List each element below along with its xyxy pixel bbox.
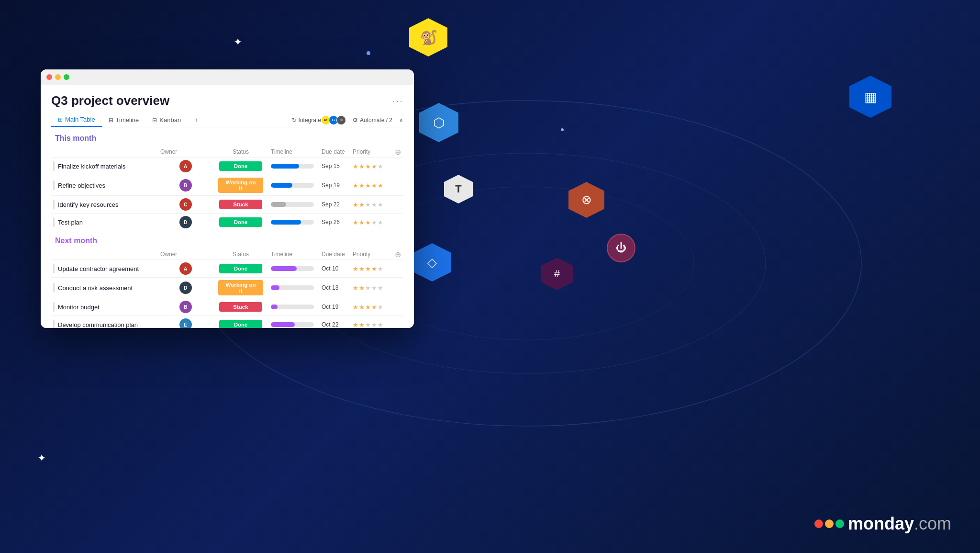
col-owner-nm: Owner [156, 249, 214, 260]
col-timeline: Timeline [267, 147, 318, 158]
star-filled: ★ [359, 321, 365, 328]
minimize-button[interactable] [55, 74, 61, 80]
row-action [392, 175, 403, 196]
row-action [392, 260, 403, 278]
star-empty: ★ [378, 219, 383, 226]
priority-cell: ★★★★★ [349, 260, 392, 278]
star-empty: ★ [371, 219, 377, 226]
add-column-button[interactable]: ⊕ [395, 148, 401, 156]
avatar: D [179, 216, 192, 228]
timeline-bar [271, 285, 279, 290]
star-filled: ★ [359, 201, 365, 208]
star-filled: ★ [359, 304, 365, 311]
add-column-nm-button[interactable]: ⊕ [395, 250, 401, 259]
avatar-cell: D [156, 278, 214, 298]
monday-logo-dots [814, 519, 844, 528]
star-filled: ★ [359, 163, 365, 170]
avatar-cell: A [156, 260, 214, 278]
star-filled: ★ [365, 304, 371, 311]
stars-cell: ★★★★★ [353, 284, 388, 292]
timeline-cell [267, 175, 318, 196]
automate-button[interactable]: ⚙ Automate / 2 [353, 117, 392, 124]
table-row: Identify key resources C Stuck Sep 22 ★★… [51, 196, 403, 214]
status-cell: Done [214, 316, 267, 328]
star-filled: ★ [359, 182, 365, 189]
section-this-month: This month Owner Status Timeline Due dat… [51, 134, 403, 231]
monday-word: monday [848, 514, 914, 533]
priority-cell: ★★★★★ [349, 316, 392, 328]
page-title-row: Q3 project overview ··· [51, 93, 403, 108]
more-options-button[interactable]: ··· [392, 95, 403, 106]
status-cell: Done [214, 214, 267, 231]
star-empty: ★ [378, 304, 383, 311]
this-month-header: This month [51, 134, 403, 143]
timeline-cell [267, 214, 318, 231]
logo-dot-red [814, 519, 823, 528]
due-date: Oct 10 [318, 260, 349, 278]
stars-cell: ★★★★★ [353, 219, 388, 226]
next-month-column-headers: Owner Status Timeline Due date Priority … [51, 249, 403, 260]
tabs-actions: ↻ Integrate M G +2 ⚙ Automate / 2 ∧ [292, 115, 403, 125]
stars-cell: ★★★★★ [353, 201, 388, 208]
star-empty: ★ [378, 201, 383, 208]
timeline-bar [271, 322, 295, 327]
avatar: A [179, 160, 192, 172]
timeline-bar-container [271, 183, 314, 188]
row-action [392, 298, 403, 316]
tab-add[interactable]: + [188, 113, 205, 126]
star-empty: ★ [371, 321, 377, 328]
col-priority-nm: Priority [349, 249, 392, 260]
table-row: Develop communication plan E Done Oct 22… [51, 316, 403, 328]
row-action [392, 278, 403, 298]
logo-dot-green [835, 519, 844, 528]
table-row: Update contractor agreement A Done Oct 1… [51, 260, 403, 278]
maximize-button[interactable] [64, 74, 69, 80]
status-badge: Done [219, 217, 262, 227]
col-task [51, 249, 156, 260]
status-cell: Stuck [214, 196, 267, 214]
star-empty: ★ [378, 265, 383, 272]
task-name: Develop communication plan [51, 316, 156, 328]
integrate-label: Integrate [299, 117, 321, 124]
due-date: Oct 22 [318, 316, 349, 328]
tabs-row: ⊞ Main Table ⊟ Timeline ⊟ Kanban + ↻ Int… [51, 113, 403, 127]
dropbox-icon: ◇ [413, 243, 451, 282]
priority-cell: ★★★★★ [349, 158, 392, 175]
close-button[interactable] [46, 74, 52, 80]
avatar-cell: C [156, 196, 214, 214]
avatar-cell: A [156, 158, 214, 175]
tab-kanban[interactable]: ⊟ Kanban [145, 113, 188, 126]
status-cell: Done [214, 158, 267, 175]
avatar: B [179, 179, 192, 192]
star-empty: ★ [378, 284, 383, 292]
col-status-nm: Status [214, 249, 267, 260]
star-filled: ★ [359, 265, 365, 272]
next-month-table: Owner Status Timeline Due date Priority … [51, 249, 403, 328]
timeline-bar-container [271, 322, 314, 327]
avatar: C [179, 198, 192, 211]
row-action [392, 214, 403, 231]
col-add: ⊕ [392, 147, 403, 158]
timeline-bar [271, 202, 286, 207]
timeline-cell [267, 260, 318, 278]
avatar: E [179, 318, 192, 328]
mailchimp-icon: 🐒 [409, 18, 447, 56]
status-badge: Stuck [219, 200, 262, 209]
tab-kanban-label: Kanban [159, 116, 181, 124]
timeline-bar-container [271, 285, 314, 290]
task-name: Identify key resources [51, 196, 156, 214]
tab-timeline[interactable]: ⊟ Timeline [102, 113, 146, 126]
collapse-icon[interactable]: ∧ [399, 117, 403, 124]
window-content: Q3 project overview ··· ⊞ Main Table ⊟ T… [41, 85, 414, 328]
task-name: Update contractor agreement [51, 260, 156, 278]
star-empty: ★ [365, 321, 371, 328]
integrate-button[interactable]: ↻ Integrate M G +2 [292, 115, 346, 125]
main-table-icon: ⊞ [58, 116, 63, 123]
star-empty: ★ [365, 201, 371, 208]
star-filled: ★ [359, 284, 365, 292]
avatar: A [179, 262, 192, 275]
kanban-icon: ⊟ [152, 117, 157, 124]
task-name: Refine objectives [51, 175, 156, 196]
tab-main-table[interactable]: ⊞ Main Table [51, 113, 102, 127]
star-empty: ★ [371, 284, 377, 292]
